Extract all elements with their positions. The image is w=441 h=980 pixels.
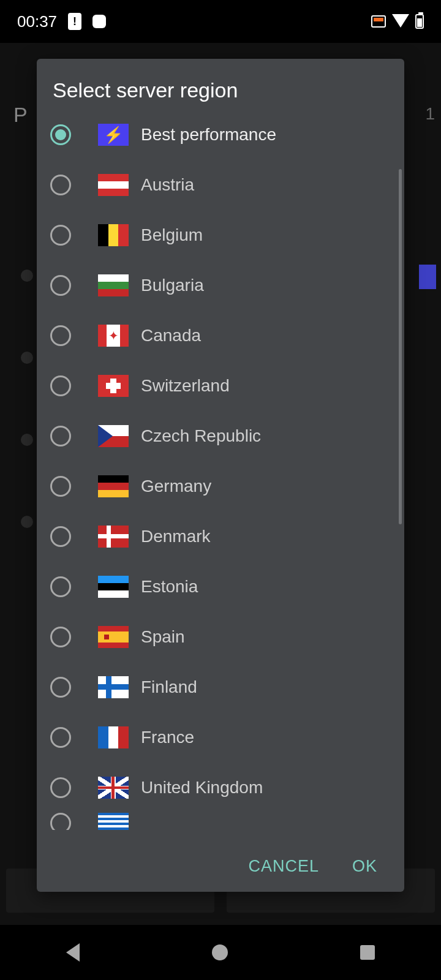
flag-icon-be bbox=[98, 224, 129, 246]
flag-icon-ca: ✦ bbox=[98, 325, 129, 347]
region-option-gr[interactable] bbox=[37, 813, 404, 830]
flag-icon-ch bbox=[98, 375, 129, 397]
region-label: Austria bbox=[141, 175, 194, 195]
region-option-cz[interactable]: Czech Republic bbox=[37, 411, 404, 461]
wifi-icon bbox=[392, 14, 409, 29]
region-label: Finland bbox=[141, 677, 197, 697]
bg-accent bbox=[419, 265, 436, 289]
bg-title-peek: P bbox=[13, 103, 28, 127]
region-label: Czech Republic bbox=[141, 426, 261, 446]
nav-recent-icon[interactable] bbox=[360, 945, 375, 960]
region-option-de[interactable]: Germany bbox=[37, 461, 404, 511]
flag-icon-dk bbox=[98, 526, 129, 548]
radio-fr[interactable] bbox=[50, 727, 71, 748]
region-label: Germany bbox=[141, 477, 211, 496]
server-region-dialog: Select server region ⚡Best performanceAu… bbox=[37, 59, 404, 892]
region-option-be[interactable]: Belgium bbox=[37, 210, 404, 260]
flag-icon-fr bbox=[98, 726, 129, 748]
flag-icon-fi bbox=[98, 676, 129, 698]
radio-bg[interactable] bbox=[50, 275, 71, 296]
flag-icon-at bbox=[98, 174, 129, 196]
region-option-best[interactable]: ⚡Best performance bbox=[37, 110, 404, 160]
flag-icon-de bbox=[98, 475, 129, 497]
status-bar: 00:37 bbox=[0, 0, 441, 43]
dialog-title: Select server region bbox=[37, 59, 404, 107]
region-option-gb[interactable]: United Kingdom bbox=[37, 763, 404, 813]
notification-app-icon bbox=[92, 15, 106, 28]
ok-button[interactable]: OK bbox=[352, 857, 377, 876]
region-label: United Kingdom bbox=[141, 778, 263, 797]
flag-icon-bg bbox=[98, 274, 129, 296]
region-label: Spain bbox=[141, 627, 185, 647]
radio-dk[interactable] bbox=[50, 526, 71, 547]
radio-es[interactable] bbox=[50, 627, 71, 647]
radio-ee[interactable] bbox=[50, 576, 71, 597]
flag-icon-ee bbox=[98, 576, 129, 598]
region-label: Bulgaria bbox=[141, 276, 204, 295]
region-option-ee[interactable]: Estonia bbox=[37, 562, 404, 612]
flag-icon-gr bbox=[98, 813, 129, 830]
region-option-dk[interactable]: Denmark bbox=[37, 511, 404, 562]
radio-fi[interactable] bbox=[50, 677, 71, 698]
flag-icon-es bbox=[98, 626, 129, 648]
radio-gr[interactable] bbox=[50, 813, 71, 830]
radio-be[interactable] bbox=[50, 225, 71, 246]
radio-ca[interactable] bbox=[50, 325, 71, 346]
radio-de[interactable] bbox=[50, 476, 71, 497]
region-label: Denmark bbox=[141, 527, 211, 546]
cancel-button[interactable]: CANCEL bbox=[248, 857, 319, 876]
region-list[interactable]: ⚡Best performanceAustriaBelgiumBulgaria✦… bbox=[37, 107, 404, 846]
cast-icon bbox=[371, 15, 386, 28]
region-label: Switzerland bbox=[141, 376, 230, 396]
flag-icon-gb bbox=[98, 777, 129, 799]
region-label: France bbox=[141, 728, 194, 747]
radio-cz[interactable] bbox=[50, 426, 71, 447]
region-option-fr[interactable]: France bbox=[37, 712, 404, 763]
flag-icon-best: ⚡ bbox=[98, 124, 129, 146]
region-option-at[interactable]: Austria bbox=[37, 160, 404, 210]
notification-alert-icon bbox=[68, 13, 81, 30]
radio-at[interactable] bbox=[50, 175, 71, 195]
region-label: Estonia bbox=[141, 577, 198, 597]
battery-icon bbox=[415, 14, 424, 29]
nav-bar bbox=[0, 925, 441, 980]
radio-gb[interactable] bbox=[50, 777, 71, 798]
scrollbar[interactable] bbox=[399, 169, 402, 524]
region-label: Best performance bbox=[141, 125, 276, 145]
dialog-actions: CANCEL OK bbox=[37, 846, 404, 892]
region-option-ch[interactable]: Switzerland bbox=[37, 361, 404, 411]
nav-back-icon[interactable] bbox=[66, 943, 80, 962]
status-time: 00:37 bbox=[17, 12, 57, 31]
nav-home-icon[interactable] bbox=[212, 944, 228, 960]
region-option-fi[interactable]: Finland bbox=[37, 662, 404, 712]
radio-best[interactable] bbox=[50, 124, 71, 145]
region-option-es[interactable]: Spain bbox=[37, 612, 404, 662]
region-option-ca[interactable]: ✦Canada bbox=[37, 311, 404, 361]
region-option-bg[interactable]: Bulgaria bbox=[37, 260, 404, 311]
flag-icon-cz bbox=[98, 425, 129, 447]
region-label: Canada bbox=[141, 326, 201, 345]
region-label: Belgium bbox=[141, 225, 203, 245]
bg-right-peek: 1 bbox=[425, 104, 435, 124]
radio-ch[interactable] bbox=[50, 375, 71, 396]
